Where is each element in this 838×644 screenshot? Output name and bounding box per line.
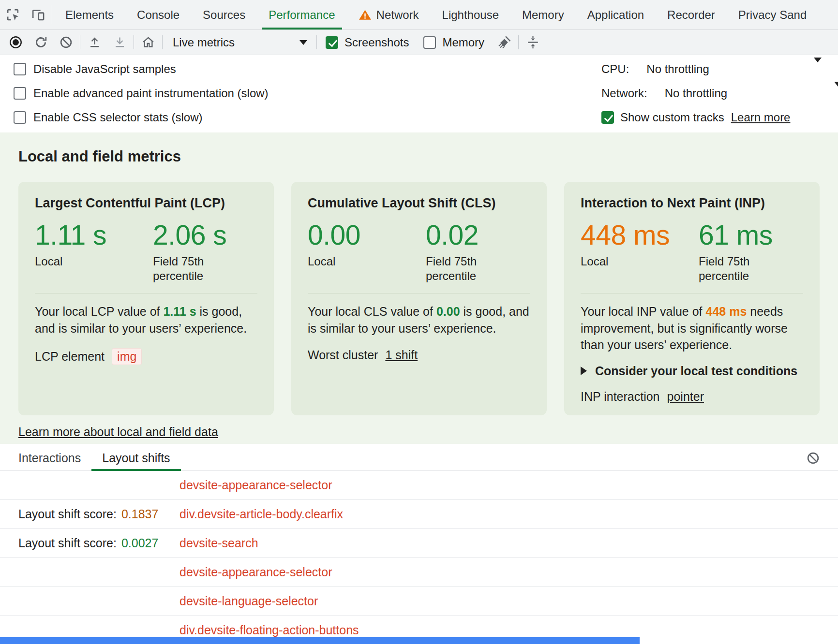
lcp-description: Your local LCP value of 1.11 s is good, … xyxy=(35,303,257,337)
performance-toolbar: Live metrics Screenshots Memory xyxy=(0,30,838,55)
inspect-element-button[interactable] xyxy=(0,0,25,29)
inp-field-value: 61 ms xyxy=(699,221,773,249)
inp-interaction-link[interactable]: pointer xyxy=(667,390,704,404)
view-mode-select[interactable]: Live metrics xyxy=(164,30,315,55)
show-custom-tracks-checkbox[interactable] xyxy=(601,111,614,124)
tab-application[interactable]: Application xyxy=(576,0,656,29)
save-profile-button[interactable] xyxy=(107,31,132,54)
tab-recorder[interactable]: Recorder xyxy=(656,0,727,29)
device-toolbar-button[interactable] xyxy=(25,0,50,29)
lcp-element-row: LCP element img xyxy=(35,348,257,365)
clear-log-button[interactable] xyxy=(802,447,823,468)
cls-field-value: 0.02 xyxy=(426,221,498,249)
layout-shift-row[interactable]: devsite-appearance-selector xyxy=(0,558,838,587)
element-node-link[interactable]: div.devsite-floating-action-buttons xyxy=(180,623,359,637)
css-selector-stats-toggle[interactable]: Enable CSS selector stats (slow) xyxy=(7,105,275,130)
tab-performance[interactable]: Performance xyxy=(257,0,346,29)
tab-label: Memory xyxy=(522,8,564,22)
show-custom-tracks-toggle[interactable]: Show custom tracks xyxy=(601,111,724,124)
card-divider xyxy=(308,293,530,293)
broom-icon xyxy=(497,35,511,49)
local-field-metrics-section: Local and field metrics Largest Contentf… xyxy=(0,132,838,444)
disable-js-samples-toggle[interactable]: Disable JavaScript samples xyxy=(7,57,275,81)
screenshots-toggle[interactable]: Screenshots xyxy=(318,36,416,49)
tab-console[interactable]: Console xyxy=(125,0,191,29)
layout-shift-row[interactable]: devsite-language-selector xyxy=(0,587,838,616)
lcp-inline-value: 1.11 s xyxy=(163,305,196,318)
tab-memory[interactable]: Memory xyxy=(510,0,576,29)
memory-toggle[interactable]: Memory xyxy=(416,36,492,49)
record-button[interactable] xyxy=(3,31,28,54)
vertical-divider xyxy=(52,5,52,24)
metric-values: 1.11 s Local 2.06 s Field 75th percentil… xyxy=(35,221,257,283)
network-throttling-select[interactable]: No throttling xyxy=(665,87,727,100)
element-node-link[interactable]: devsite-search xyxy=(180,536,258,550)
load-profile-button[interactable] xyxy=(82,31,107,54)
chevron-down-icon[interactable] xyxy=(814,62,822,76)
element-node-link[interactable]: devsite-language-selector xyxy=(180,594,318,608)
live-metrics-log: Interactions Layout shifts devsite-appea… xyxy=(0,444,838,644)
upload-icon xyxy=(88,35,102,49)
tab-interactions[interactable]: Interactions xyxy=(9,446,91,470)
inp-interaction-label: INP interaction xyxy=(581,390,660,404)
tab-sources[interactable]: Sources xyxy=(191,0,257,29)
element-node-link[interactable]: devsite-appearance-selector xyxy=(180,478,332,492)
layout-shift-row[interactable]: devsite-appearance-selector xyxy=(0,471,838,500)
consider-local-test-conditions-toggle[interactable]: Consider your local test conditions xyxy=(581,364,803,378)
layout-shift-row[interactable]: Layout shift score:0.0027 devsite-search xyxy=(0,529,838,558)
reload-and-record-button[interactable] xyxy=(28,31,53,54)
memory-label: Memory xyxy=(442,36,484,49)
collapse-panel-button[interactable] xyxy=(520,31,545,54)
layout-shift-score: 0.1837 xyxy=(121,507,158,521)
field-label: Field 75th percentile xyxy=(426,254,498,283)
layout-shift-score: 0.0027 xyxy=(121,536,158,550)
tab-label: Sources xyxy=(203,8,245,22)
screenshots-checkbox[interactable] xyxy=(326,36,338,49)
memory-checkbox[interactable] xyxy=(423,36,436,49)
consider-label: Consider your local test conditions xyxy=(595,364,797,378)
tab-network[interactable]: Network xyxy=(347,0,431,29)
cls-description: Your local CLS value of 0.00 is good, an… xyxy=(308,303,530,337)
learn-more-field-data-link[interactable]: Learn more about local and field data xyxy=(18,425,218,439)
home-button[interactable] xyxy=(135,31,161,54)
disclosure-triangle-icon xyxy=(581,366,587,375)
advanced-paint-instrumentation-checkbox[interactable] xyxy=(14,87,26,100)
disable-js-samples-checkbox[interactable] xyxy=(14,63,26,75)
field-label: Field 75th percentile xyxy=(699,254,771,283)
collect-garbage-button[interactable] xyxy=(492,31,517,54)
warning-icon xyxy=(359,8,372,21)
option-label: Enable CSS selector stats (slow) xyxy=(33,111,202,124)
advanced-paint-instrumentation-toggle[interactable]: Enable advanced paint instrumentation (s… xyxy=(7,81,275,105)
local-label: Local xyxy=(35,254,107,269)
score-label: Layout shift score: xyxy=(18,536,117,550)
element-node-link[interactable]: div.devsite-article-body.clearfix xyxy=(180,507,343,521)
cpu-throttling-select[interactable]: No throttling xyxy=(646,62,709,76)
css-selector-stats-checkbox[interactable] xyxy=(14,111,26,124)
worst-cluster-link[interactable]: 1 shift xyxy=(385,348,418,362)
chevron-down-icon[interactable] xyxy=(834,87,838,100)
clear-recording-button[interactable] xyxy=(53,31,78,54)
custom-tracks-learn-more-link[interactable]: Learn more xyxy=(731,111,791,124)
tab-lighthouse[interactable]: Lighthouse xyxy=(431,0,510,29)
network-throttling-row: Network: No throttling xyxy=(601,81,838,105)
tab-elements[interactable]: Elements xyxy=(54,0,125,29)
card-title: Cumulative Layout Shift (CLS) xyxy=(308,195,530,211)
tab-label: Network xyxy=(376,8,419,22)
lcp-element-node-link[interactable]: img xyxy=(112,348,142,365)
settings-right-column: CPU: No throttling Network: No throttlin… xyxy=(594,57,838,130)
tab-layout-shifts[interactable]: Layout shifts xyxy=(91,446,180,470)
cls-metric-card: Cumulative Layout Shift (CLS) 0.00 Local… xyxy=(291,182,547,415)
tab-label: Elements xyxy=(65,8,114,22)
inp-interaction-row: INP interaction pointer xyxy=(581,390,803,404)
inspect-icon xyxy=(5,7,20,22)
card-title: Largest Contentful Paint (LCP) xyxy=(35,195,257,211)
lcp-local-value: 1.11 s xyxy=(35,221,153,249)
layout-shift-row[interactable]: Layout shift score:0.1837 div.devsite-ar… xyxy=(0,500,838,529)
element-node-link[interactable]: devsite-appearance-selector xyxy=(180,565,332,579)
network-label: Network: xyxy=(601,87,647,100)
metric-cards: Largest Contentful Paint (LCP) 1.11 s Lo… xyxy=(18,182,820,415)
home-icon xyxy=(141,35,155,49)
vertical-divider xyxy=(80,35,80,49)
tab-privacy-sandbox[interactable]: Privacy Sand xyxy=(727,0,818,29)
cls-local-value: 0.00 xyxy=(308,221,426,249)
